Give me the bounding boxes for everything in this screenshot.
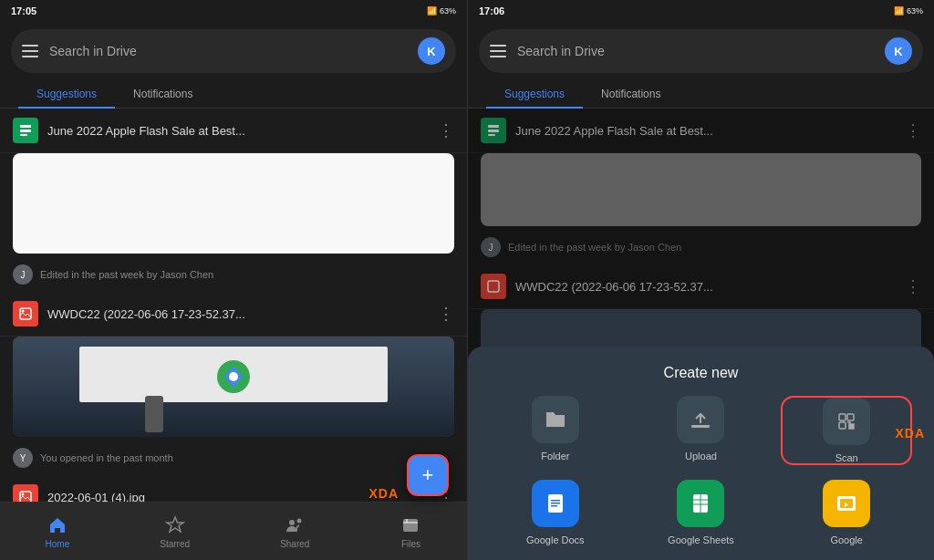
tab-notifications-left[interactable]: Notifications xyxy=(115,80,211,108)
user-avatar-2: Y xyxy=(13,448,33,468)
create-folder[interactable]: Folder xyxy=(490,396,621,465)
svg-rect-16 xyxy=(691,425,710,428)
folder-label: Folder xyxy=(541,451,569,461)
tabs-right: Suggestions Notifications xyxy=(468,80,934,109)
upload-icon xyxy=(677,396,724,443)
avatar-left[interactable]: K xyxy=(418,37,445,65)
more-icon-2[interactable]: ⋮ xyxy=(438,304,454,324)
bottom-nav-left: Home Starred Shared xyxy=(0,502,467,560)
scan-icon xyxy=(823,398,870,445)
file-name-2: WWDC22 (2022-06-06 17-23-52.37... xyxy=(47,307,429,321)
svg-rect-17 xyxy=(839,414,846,420)
star-icon xyxy=(164,514,186,536)
folder-icon xyxy=(532,396,579,443)
upload-label: Upload xyxy=(685,451,717,461)
slides-label: Google xyxy=(830,534,862,545)
svg-point-4 xyxy=(22,310,25,313)
svg-point-9 xyxy=(289,520,295,525)
create-upload[interactable]: Upload xyxy=(636,396,767,465)
svg-point-10 xyxy=(297,518,302,523)
image-icon-2 xyxy=(13,301,38,327)
create-new-panel: Create new Folder xyxy=(468,347,934,560)
edit-text-2: You opened in the past month xyxy=(40,452,173,463)
svg-rect-18 xyxy=(847,414,854,420)
create-sheets[interactable]: Google Sheets xyxy=(636,480,767,545)
list-item[interactable]: WWDC22 (2022-06-06 17-23-52.37... ⋮ xyxy=(0,292,467,337)
svg-point-8 xyxy=(22,493,25,496)
tab-notifications-right[interactable]: Notifications xyxy=(583,80,679,108)
status-icons-right: 📶 63% xyxy=(894,6,923,16)
preview-card-2 xyxy=(13,337,454,437)
user-avatar-1: J xyxy=(13,264,33,285)
nav-starred-label: Starred xyxy=(160,539,190,549)
menu-icon-right[interactable] xyxy=(490,42,508,60)
status-bar-left: 17:05 📶 63% xyxy=(0,0,467,22)
content-left: June 2022 Apple Flash Sale at Best... ⋮ … xyxy=(0,109,467,502)
nav-starred[interactable]: Starred xyxy=(145,507,204,556)
search-bar-left[interactable]: Search in Drive K xyxy=(11,29,456,73)
nav-files[interactable]: Files xyxy=(385,507,436,556)
fab-icon: + xyxy=(422,465,434,485)
list-item[interactable]: June 2022 Apple Flash Sale at Best... ⋮ xyxy=(0,109,467,153)
menu-icon-left[interactable] xyxy=(22,42,40,60)
time-right: 17:06 xyxy=(479,5,504,16)
create-docs[interactable]: Google Docs xyxy=(490,480,621,545)
sheets-label: Google Sheets xyxy=(668,534,734,545)
scan-label: Scan xyxy=(835,452,858,463)
files-icon xyxy=(400,514,421,536)
svg-rect-30 xyxy=(840,499,853,508)
create-scan[interactable]: Scan xyxy=(781,396,912,465)
create-slides[interactable]: Google xyxy=(781,480,912,545)
shared-icon xyxy=(284,514,306,536)
nav-home-label: Home xyxy=(46,539,70,549)
create-grid: Folder Upload xyxy=(483,396,919,545)
nav-home[interactable]: Home xyxy=(31,507,85,556)
edit-info-1: J Edited in the past week by Jason Chen xyxy=(0,257,467,292)
right-phone: 17:06 📶 63% Search in Drive K Suggestion… xyxy=(467,0,934,560)
home-icon xyxy=(47,514,68,536)
svg-point-6 xyxy=(229,372,238,381)
svg-rect-19 xyxy=(839,422,846,429)
sheets-icon xyxy=(13,118,38,143)
status-icons-left: 📶 63% xyxy=(427,6,456,16)
search-placeholder-right: Search in Drive xyxy=(517,44,876,58)
svg-rect-0 xyxy=(20,125,31,128)
preview-wwdc xyxy=(13,337,454,437)
image-icon-3 xyxy=(13,484,38,502)
avatar-right[interactable]: K xyxy=(885,37,912,65)
svg-rect-1 xyxy=(20,130,31,132)
svg-rect-23 xyxy=(551,503,560,504)
edit-info-2: Y You opened in the past month xyxy=(0,441,467,475)
slides-icon xyxy=(823,480,870,527)
search-bar-right[interactable]: Search in Drive K xyxy=(479,29,923,73)
svg-rect-24 xyxy=(551,505,557,507)
docs-icon xyxy=(532,480,579,527)
edit-text-1: Edited in the past week by Jason Chen xyxy=(40,269,213,280)
svg-rect-22 xyxy=(551,500,560,502)
left-phone: 17:05 📶 63% Search in Drive K Suggestion… xyxy=(0,0,467,560)
tab-suggestions-right[interactable]: Suggestions xyxy=(486,80,583,108)
nav-files-label: Files xyxy=(401,539,420,549)
create-new-title: Create new xyxy=(483,365,919,381)
nav-shared[interactable]: Shared xyxy=(265,507,324,556)
sheets-create-icon xyxy=(677,480,724,527)
time-left: 17:05 xyxy=(11,5,36,16)
nav-shared-label: Shared xyxy=(280,539,309,549)
tab-suggestions-left[interactable]: Suggestions xyxy=(18,80,115,108)
preview-card-1 xyxy=(13,153,454,254)
xda-watermark-left: XDA xyxy=(368,486,399,501)
svg-rect-2 xyxy=(20,134,27,136)
fab-button[interactable]: + xyxy=(407,454,449,496)
file-name-1: June 2022 Apple Flash Sale at Best... xyxy=(47,124,429,138)
docs-label: Google Docs xyxy=(526,534,585,545)
more-icon-1[interactable]: ⋮ xyxy=(438,120,454,140)
search-placeholder-left: Search in Drive xyxy=(49,44,409,58)
xda-watermark-right: XDA xyxy=(895,425,925,441)
svg-rect-11 xyxy=(403,519,418,532)
status-bar-right: 17:06 📶 63% xyxy=(468,0,934,22)
preview-image-1 xyxy=(13,153,454,254)
tabs-left: Suggestions Notifications xyxy=(0,80,467,109)
